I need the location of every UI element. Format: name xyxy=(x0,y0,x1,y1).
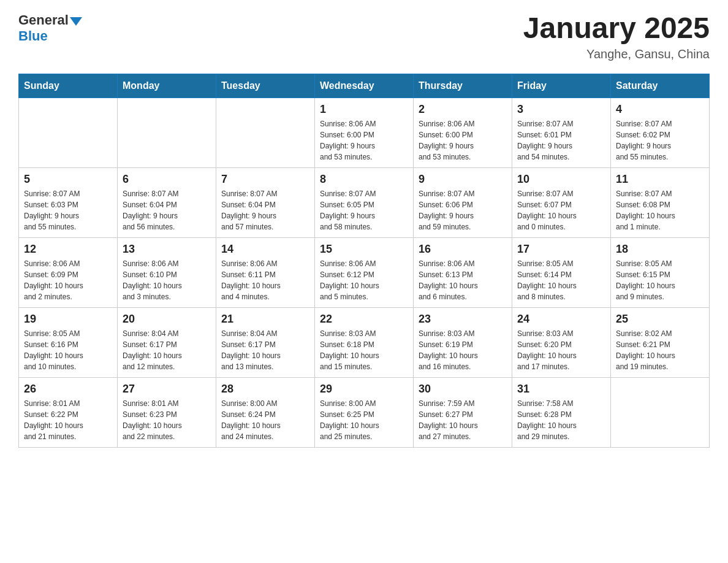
calendar-cell: 14Sunrise: 8:06 AM Sunset: 6:11 PM Dayli… xyxy=(216,237,315,307)
day-number: 17 xyxy=(517,243,605,256)
day-info: Sunrise: 8:07 AM Sunset: 6:03 PM Dayligh… xyxy=(24,188,112,232)
day-number: 13 xyxy=(123,243,211,256)
day-info: Sunrise: 8:07 AM Sunset: 6:07 PM Dayligh… xyxy=(517,188,605,232)
day-number: 29 xyxy=(320,383,408,396)
day-info: Sunrise: 8:00 AM Sunset: 6:25 PM Dayligh… xyxy=(320,398,408,442)
day-info: Sunrise: 8:06 AM Sunset: 6:13 PM Dayligh… xyxy=(419,258,507,302)
calendar-cell xyxy=(19,98,118,167)
day-number: 4 xyxy=(616,103,704,116)
day-info: Sunrise: 8:05 AM Sunset: 6:15 PM Dayligh… xyxy=(616,258,704,302)
day-number: 8 xyxy=(320,173,408,186)
calendar-cell: 27Sunrise: 8:01 AM Sunset: 6:23 PM Dayli… xyxy=(118,377,216,447)
calendar-cell: 11Sunrise: 8:07 AM Sunset: 6:08 PM Dayli… xyxy=(611,167,710,237)
day-info: Sunrise: 8:05 AM Sunset: 6:14 PM Dayligh… xyxy=(517,258,605,302)
calendar-cell xyxy=(611,377,710,447)
calendar-cell: 10Sunrise: 8:07 AM Sunset: 6:07 PM Dayli… xyxy=(512,167,611,237)
col-header-monday: Monday xyxy=(118,74,216,98)
day-number: 25 xyxy=(616,313,704,326)
calendar-cell: 4Sunrise: 8:07 AM Sunset: 6:02 PM Daylig… xyxy=(611,98,710,167)
day-number: 19 xyxy=(24,313,112,326)
day-number: 21 xyxy=(221,313,309,326)
logo: General Blue xyxy=(18,12,82,44)
calendar-cell: 2Sunrise: 8:06 AM Sunset: 6:00 PM Daylig… xyxy=(414,98,512,167)
calendar-cell: 8Sunrise: 8:07 AM Sunset: 6:05 PM Daylig… xyxy=(315,167,414,237)
day-info: Sunrise: 8:06 AM Sunset: 6:00 PM Dayligh… xyxy=(419,118,507,163)
calendar-cell: 15Sunrise: 8:06 AM Sunset: 6:12 PM Dayli… xyxy=(315,237,414,307)
day-number: 18 xyxy=(616,243,704,256)
logo-arrow-icon xyxy=(70,17,82,26)
day-number: 30 xyxy=(419,383,507,396)
day-info: Sunrise: 8:02 AM Sunset: 6:21 PM Dayligh… xyxy=(616,328,704,372)
header-row: SundayMondayTuesdayWednesdayThursdayFrid… xyxy=(19,74,710,98)
day-info: Sunrise: 8:01 AM Sunset: 6:23 PM Dayligh… xyxy=(123,398,211,442)
day-info: Sunrise: 8:03 AM Sunset: 6:19 PM Dayligh… xyxy=(419,328,507,372)
col-header-saturday: Saturday xyxy=(611,74,710,98)
week-row-4: 19Sunrise: 8:05 AM Sunset: 6:16 PM Dayli… xyxy=(19,307,710,377)
day-number: 1 xyxy=(320,103,408,116)
col-header-sunday: Sunday xyxy=(19,74,118,98)
col-header-friday: Friday xyxy=(512,74,611,98)
calendar-cell: 13Sunrise: 8:06 AM Sunset: 6:10 PM Dayli… xyxy=(118,237,216,307)
calendar-cell: 12Sunrise: 8:06 AM Sunset: 6:09 PM Dayli… xyxy=(19,237,118,307)
day-info: Sunrise: 7:59 AM Sunset: 6:27 PM Dayligh… xyxy=(419,398,507,442)
day-info: Sunrise: 8:07 AM Sunset: 6:05 PM Dayligh… xyxy=(320,188,408,232)
day-number: 7 xyxy=(221,173,309,186)
day-number: 12 xyxy=(24,243,112,256)
week-row-1: 1Sunrise: 8:06 AM Sunset: 6:00 PM Daylig… xyxy=(19,98,710,167)
calendar-header: SundayMondayTuesdayWednesdayThursdayFrid… xyxy=(19,74,710,98)
day-number: 31 xyxy=(517,383,605,396)
calendar-table: SundayMondayTuesdayWednesdayThursdayFrid… xyxy=(18,74,710,448)
calendar-cell: 26Sunrise: 8:01 AM Sunset: 6:22 PM Dayli… xyxy=(19,377,118,447)
month-title: January 2025 xyxy=(523,12,710,45)
calendar-cell: 28Sunrise: 8:00 AM Sunset: 6:24 PM Dayli… xyxy=(216,377,315,447)
calendar-cell: 19Sunrise: 8:05 AM Sunset: 6:16 PM Dayli… xyxy=(19,307,118,377)
day-number: 24 xyxy=(517,313,605,326)
day-info: Sunrise: 8:04 AM Sunset: 6:17 PM Dayligh… xyxy=(123,328,211,372)
day-number: 3 xyxy=(517,103,605,116)
col-header-thursday: Thursday xyxy=(414,74,512,98)
calendar-cell: 23Sunrise: 8:03 AM Sunset: 6:19 PM Dayli… xyxy=(414,307,512,377)
day-number: 14 xyxy=(221,243,309,256)
day-info: Sunrise: 8:03 AM Sunset: 6:20 PM Dayligh… xyxy=(517,328,605,372)
day-info: Sunrise: 8:06 AM Sunset: 6:00 PM Dayligh… xyxy=(320,118,408,163)
calendar-cell: 3Sunrise: 8:07 AM Sunset: 6:01 PM Daylig… xyxy=(512,98,611,167)
day-info: Sunrise: 8:06 AM Sunset: 6:11 PM Dayligh… xyxy=(221,258,309,302)
logo-general: General xyxy=(18,12,69,28)
calendar-cell: 17Sunrise: 8:05 AM Sunset: 6:14 PM Dayli… xyxy=(512,237,611,307)
col-header-tuesday: Tuesday xyxy=(216,74,315,98)
day-number: 9 xyxy=(419,173,507,186)
day-info: Sunrise: 8:06 AM Sunset: 6:09 PM Dayligh… xyxy=(24,258,112,302)
calendar-cell: 9Sunrise: 8:07 AM Sunset: 6:06 PM Daylig… xyxy=(414,167,512,237)
day-number: 15 xyxy=(320,243,408,256)
calendar-cell: 22Sunrise: 8:03 AM Sunset: 6:18 PM Dayli… xyxy=(315,307,414,377)
day-info: Sunrise: 8:07 AM Sunset: 6:08 PM Dayligh… xyxy=(616,188,704,232)
day-info: Sunrise: 8:04 AM Sunset: 6:17 PM Dayligh… xyxy=(221,328,309,372)
calendar-cell xyxy=(216,98,315,167)
page-header: General Blue January 2025 Yanghe, Gansu,… xyxy=(18,12,710,61)
day-number: 5 xyxy=(24,173,112,186)
day-info: Sunrise: 8:07 AM Sunset: 6:06 PM Dayligh… xyxy=(419,188,507,232)
day-number: 11 xyxy=(616,173,704,186)
day-number: 22 xyxy=(320,313,408,326)
week-row-2: 5Sunrise: 8:07 AM Sunset: 6:03 PM Daylig… xyxy=(19,167,710,237)
day-number: 23 xyxy=(419,313,507,326)
day-number: 26 xyxy=(24,383,112,396)
day-info: Sunrise: 8:07 AM Sunset: 6:01 PM Dayligh… xyxy=(517,118,605,163)
location-title: Yanghe, Gansu, China xyxy=(523,47,710,61)
day-number: 6 xyxy=(123,173,211,186)
title-block: January 2025 Yanghe, Gansu, China xyxy=(523,12,710,61)
calendar-cell: 25Sunrise: 8:02 AM Sunset: 6:21 PM Dayli… xyxy=(611,307,710,377)
calendar-cell: 20Sunrise: 8:04 AM Sunset: 6:17 PM Dayli… xyxy=(118,307,216,377)
calendar-cell: 7Sunrise: 8:07 AM Sunset: 6:04 PM Daylig… xyxy=(216,167,315,237)
day-info: Sunrise: 8:06 AM Sunset: 6:12 PM Dayligh… xyxy=(320,258,408,302)
day-info: Sunrise: 8:07 AM Sunset: 6:02 PM Dayligh… xyxy=(616,118,704,163)
day-info: Sunrise: 8:07 AM Sunset: 6:04 PM Dayligh… xyxy=(123,188,211,232)
day-number: 10 xyxy=(517,173,605,186)
day-info: Sunrise: 8:05 AM Sunset: 6:16 PM Dayligh… xyxy=(24,328,112,372)
calendar-body: 1Sunrise: 8:06 AM Sunset: 6:00 PM Daylig… xyxy=(19,98,710,447)
calendar-cell xyxy=(118,98,216,167)
day-info: Sunrise: 8:00 AM Sunset: 6:24 PM Dayligh… xyxy=(221,398,309,442)
calendar-cell: 1Sunrise: 8:06 AM Sunset: 6:00 PM Daylig… xyxy=(315,98,414,167)
day-number: 28 xyxy=(221,383,309,396)
calendar-cell: 16Sunrise: 8:06 AM Sunset: 6:13 PM Dayli… xyxy=(414,237,512,307)
